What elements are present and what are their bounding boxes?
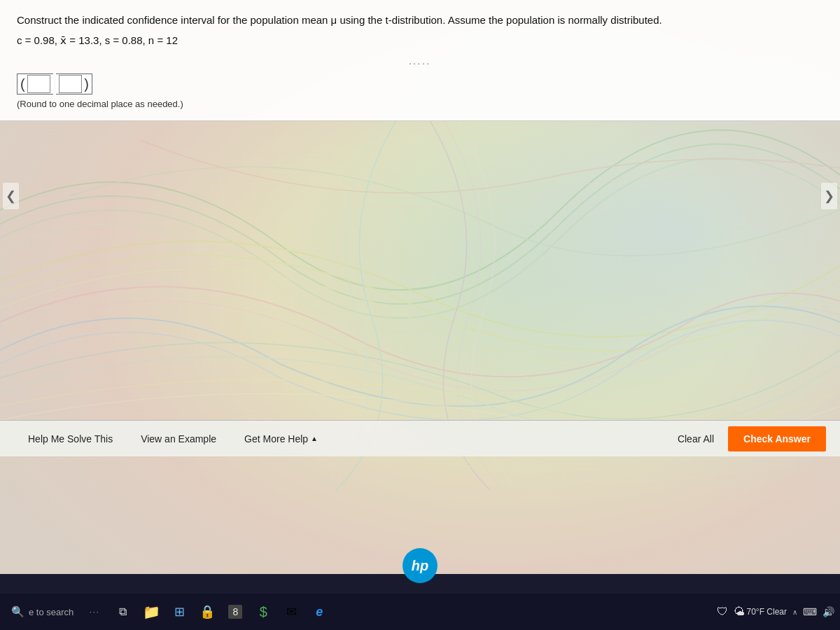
hp-logo-text: hp [412,558,428,574]
problem-params: c = 0.98, x̄ = 13.3, s = 0.88, n = 12 [17,34,823,47]
get-more-help-button[interactable]: Get More Help [230,428,332,450]
dollar-sign-icon[interactable]: $ [250,598,276,625]
bottom-toolbar: Help Me Solve This View an Example Get M… [0,420,840,456]
security-shield-icon[interactable]: 🛡 [717,606,728,618]
round-note: (Round to one decimal place as needed.) [17,99,823,109]
weather-widget: 🌤 70°F Clear [734,606,788,618]
main-content-area: Construct the indicated confidence inter… [0,0,840,574]
hp-logo: hp [402,548,438,583]
taskbar-tray: 🛡 🌤 70°F Clear ∧ ⌨ 🔊 [717,606,835,618]
problem-instruction: Construct the indicated confidence inter… [17,13,823,29]
answer-input-group: ( ) [17,74,823,94]
check-answer-button[interactable]: Check Answer [728,426,826,451]
edge-browser-icon[interactable]: e [306,598,332,625]
number-icon[interactable]: 8 [222,598,248,625]
nav-arrow-left[interactable]: ❮ [3,183,19,209]
cortana-dots[interactable]: ··· [82,599,107,624]
mail-icon[interactable]: ✉ [278,598,304,625]
apps-grid-icon[interactable]: ⊞ [166,598,192,625]
nav-arrow-right[interactable]: ❯ [821,183,837,209]
taskbar: 🔍 e to search ··· ⧉ 📁 ⊞ 🔒 8 $ ✉ e [0,594,840,630]
weather-icon: 🌤 [734,606,745,618]
clear-all-button[interactable]: Clear All [664,428,728,450]
left-bracket-icon: ( [20,77,25,91]
answer-box-left[interactable] [27,75,50,93]
speaker-icon[interactable]: 🔊 [822,606,834,617]
right-bracket-icon: ) [84,77,89,91]
cortana-icon: ··· [90,608,100,616]
search-icon: 🔍 [11,606,24,618]
help-me-solve-button[interactable]: Help Me Solve This [14,428,127,450]
hp-logo-area: hp [392,538,448,594]
view-example-button[interactable]: View an Example [127,428,230,450]
weather-text: 70°F Clear [747,607,788,617]
taskbar-search-area: 🔍 e to search [6,603,79,621]
task-view-button[interactable]: ⧉ [110,599,135,624]
taskbar-apps: 📁 ⊞ 🔒 8 $ ✉ e [138,598,332,625]
task-view-icon: ⧉ [119,606,127,618]
keyboard-icon[interactable]: ⌨ [803,606,817,617]
search-text: e to search [29,607,74,617]
lock-icon[interactable]: 🔒 [194,598,220,625]
problem-panel: Construct the indicated confidence inter… [0,0,840,121]
dots-separator: ..... [17,57,823,66]
chevron-up-icon[interactable]: ∧ [792,608,797,616]
answer-box-right[interactable] [59,75,82,93]
file-explorer-icon[interactable]: 📁 [138,598,164,625]
